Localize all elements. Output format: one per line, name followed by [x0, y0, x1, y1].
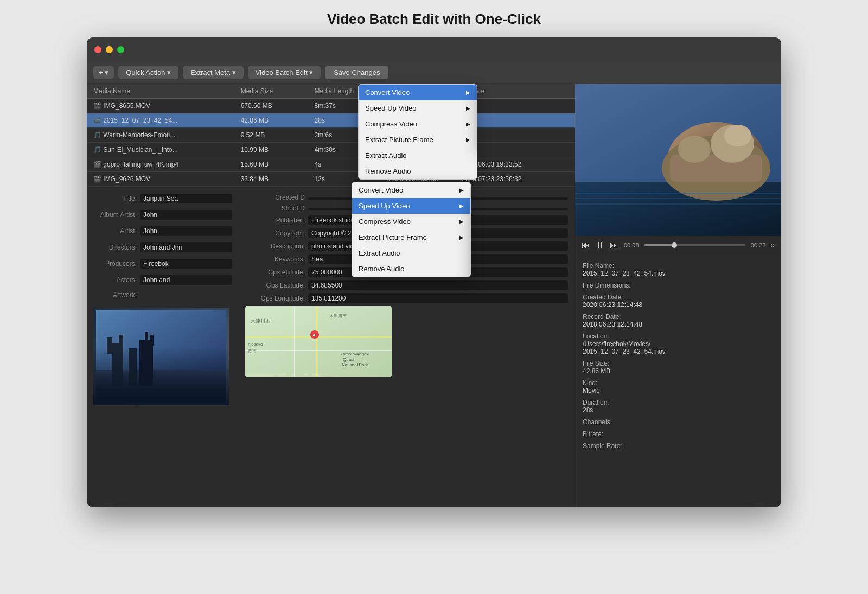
meta-album-value[interactable]: John — [140, 210, 232, 220]
table-row[interactable]: 🎬 IMG_9626.MOV 33.84 MB 12s QuickTime mo… — [87, 172, 575, 187]
info-channels: Channels: — [583, 418, 774, 426]
file-size: 42.86 MB — [239, 116, 312, 125]
menu-item-remove-audio[interactable]: Remove Audio — [359, 163, 477, 179]
arrow-icon: ▶ — [459, 187, 464, 193]
menu-item-speed-up-video[interactable]: Speed Up Video ▶ — [359, 100, 477, 116]
svg-point-28 — [678, 136, 711, 163]
menu-item-convert-video[interactable]: Convert Video ▶ — [359, 85, 477, 100]
table-row[interactable]: 🎵 Sun-El_Musician_-_Into... 10.99 MB 4m:… — [87, 143, 575, 157]
metadata-area: Title: Janpan Sea Album Artist: John Art… — [87, 187, 575, 507]
arrow-icon: ▶ — [466, 137, 470, 143]
menu-item-compress-video[interactable]: Compress Video ▶ — [359, 116, 477, 132]
sec-menu-item-speed-up[interactable]: Speed Up Video ▶ — [352, 198, 470, 214]
meta-directors-label: Directors: — [93, 244, 137, 251]
gps-longitude-value[interactable]: 135.811200 — [308, 293, 568, 303]
info-sample-rate: Sample Rate: — [583, 442, 774, 450]
arrow-icon: ▶ — [459, 219, 464, 225]
file-size: 10.99 MB — [239, 145, 312, 155]
video-batch-edit-button[interactable]: Video Batch Edit ▾ — [248, 66, 321, 79]
file-name: 🎬 IMG_8655.MOV — [91, 101, 239, 111]
time-current: 00:08 — [624, 242, 639, 248]
arrow-icon: ▶ — [466, 90, 470, 95]
artwork-image — [93, 308, 229, 405]
meta-album-field: Album Artist: John — [93, 210, 232, 220]
gps-altitude-label: Gps Altitude: — [245, 269, 305, 276]
table-row[interactable]: 🎵 Warm-Memories-Emoti... 9.52 MB 2m:6s A… — [87, 128, 575, 143]
sec-menu-item-extract-audio[interactable]: Extract Audio — [352, 245, 470, 261]
svg-text:反市: 反市 — [248, 349, 257, 354]
maximize-button[interactable] — [117, 46, 124, 53]
map-view: 木津川市 木津川市 hiosaká 反市 Yamato-Aogaki Quasi… — [245, 306, 392, 377]
skip-right-button[interactable]: » — [771, 241, 775, 249]
left-panel: Media Name Media Size Media Length Media… — [87, 84, 575, 507]
sec-menu-item-convert-video[interactable]: Convert Video ▶ — [352, 182, 470, 198]
svg-rect-13 — [294, 306, 295, 377]
table-row[interactable]: 🎬 IMG_8655.MOV 670.60 MB 8m:37s Movie — [87, 99, 575, 113]
artwork-box — [93, 308, 229, 405]
convert-submenu: Convert to MOV Convert to MP4 Convert to… — [477, 85, 477, 149]
info-duration: Duration: 28s — [583, 399, 774, 414]
meta-title-field: Title: Janpan Sea — [93, 194, 232, 203]
meta-actors-value[interactable]: John and — [140, 275, 232, 285]
file-size: 33.84 MB — [239, 174, 312, 184]
add-button[interactable]: + ▾ — [93, 66, 114, 79]
info-file-dimensions: File Dimensions: — [583, 282, 774, 289]
svg-rect-5 — [129, 348, 137, 386]
main-window: + ▾ Quick Action ▾ Extract Meta ▾ Video … — [87, 37, 781, 507]
sec-menu-item-remove-audio[interactable]: Remove Audio — [352, 261, 470, 277]
meta-artist-value[interactable]: John — [140, 226, 232, 236]
meta-producers-value[interactable]: Fireebok — [140, 259, 232, 269]
keywords-label: Keywords: — [245, 256, 305, 263]
svg-rect-11 — [316, 306, 318, 377]
info-location: Location: /Users/fireebok/Movies/ 2015_1… — [583, 333, 774, 355]
svg-rect-6 — [139, 340, 153, 386]
file-name: 🎵 Sun-El_Musician_-_Into... — [91, 145, 239, 155]
menu-item-extract-picture[interactable]: Extract Picture Frame ▶ — [359, 132, 477, 148]
toolbar: + ▾ Quick Action ▾ Extract Meta ▾ Video … — [87, 61, 781, 84]
gps-latitude-field: Gps Latitude: 34.685500 — [245, 280, 568, 290]
quick-action-button[interactable]: Quick Action ▾ — [118, 66, 178, 79]
info-created-date: Created Date: 2020:06:23 12:14:48 — [583, 293, 774, 309]
arrow-icon: ▶ — [466, 121, 470, 127]
titlebar — [87, 37, 781, 61]
table-row[interactable]: 📹 2015_12_07_23_42_54... 42.86 MB 28s Mo… — [87, 113, 575, 128]
progress-bar[interactable] — [644, 244, 745, 246]
file-name: 🎵 Warm-Memories-Emoti... — [91, 130, 239, 140]
time-total: 00:28 — [751, 242, 766, 248]
header-media-name: Media Name — [91, 86, 239, 96]
meta-directors-value[interactable]: John and Jim — [140, 242, 232, 252]
meta-album-label: Album Artist: — [93, 211, 137, 219]
description-label: Description: — [245, 242, 305, 250]
skip-back-button[interactable]: ⏮ — [582, 240, 590, 250]
gps-longitude-field: Gps Longitude: 135.811200 — [245, 293, 568, 303]
svg-text:National Park: National Park — [342, 362, 368, 367]
svg-rect-2 — [112, 343, 123, 386]
created-date-label: Created D — [245, 194, 305, 201]
extract-meta-button[interactable]: Extract Meta ▾ — [183, 66, 244, 79]
menu-item-extract-audio[interactable]: Extract Audio — [359, 148, 477, 163]
svg-rect-3 — [107, 337, 112, 354]
minimize-button[interactable] — [106, 46, 113, 53]
meta-title-value[interactable]: Janpan Sea — [140, 194, 232, 203]
sec-menu-item-compress[interactable]: Compress Video ▶ — [352, 214, 470, 229]
file-list-header: Media Name Media Size Media Length Media… — [87, 84, 575, 99]
arrow-icon: ▶ — [459, 234, 464, 240]
svg-rect-9 — [245, 306, 392, 377]
file-size: 9.52 MB — [239, 130, 312, 140]
publisher-label: Publisher: — [245, 216, 305, 224]
table-row[interactable]: 🎬 gopro_falling_uw_4K.mp4 15.60 MB 4s Mo… — [87, 157, 575, 172]
close-button[interactable] — [94, 46, 101, 53]
gps-latitude-value[interactable]: 34.685500 — [308, 280, 568, 290]
save-changes-button[interactable]: Save Changes — [325, 66, 388, 79]
sec-menu-item-extract-picture[interactable]: Extract Picture Frame ▶ — [352, 229, 470, 245]
file-name: 🎬 IMG_9626.MOV — [91, 174, 239, 184]
info-record-date: Record Date: 2018:06:23 12:14:48 — [583, 313, 774, 328]
file-info-panel: File Name: 2015_12_07_23_42_54.mov File … — [575, 254, 781, 507]
skip-forward-button[interactable]: ⏭ — [610, 240, 618, 250]
pause-button[interactable]: ⏸ — [596, 240, 604, 250]
page-title: Video Batch Edit with One-Click — [327, 11, 541, 28]
artwork-svg — [96, 310, 226, 403]
info-file-name: File Name: 2015_12_07_23_42_54.mov — [583, 262, 774, 277]
file-size: 15.60 MB — [239, 159, 312, 169]
copyright-label: Copyright: — [245, 229, 305, 237]
